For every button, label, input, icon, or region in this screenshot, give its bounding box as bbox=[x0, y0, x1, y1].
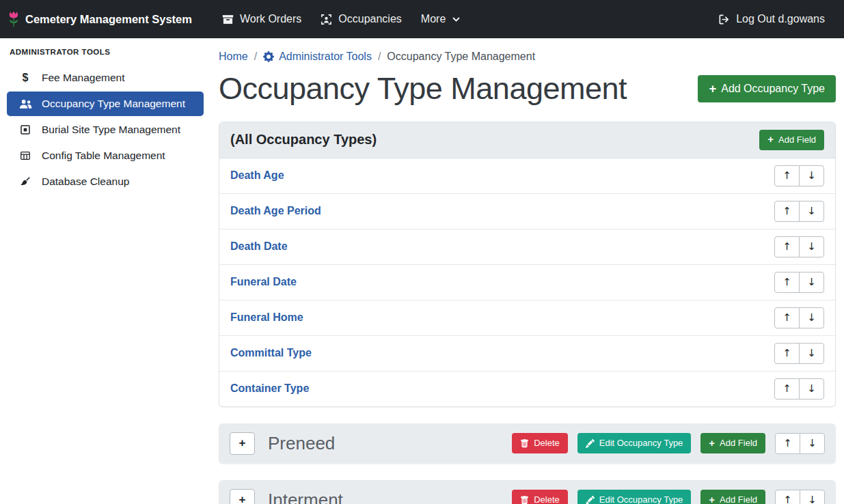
field-link-container-type[interactable]: Container Type bbox=[230, 382, 309, 395]
page-title: Occupancy Type Management bbox=[219, 71, 627, 107]
edit-label: Edit Occupancy Type bbox=[599, 438, 683, 449]
breadcrumb-separator: / bbox=[254, 51, 257, 63]
logout-button[interactable]: Log Out d.gowans bbox=[709, 8, 834, 31]
sidebar-item-fee-management[interactable]: $ Fee Management bbox=[7, 66, 204, 90]
field-row: Funeral Date ↑ ↓ bbox=[219, 264, 835, 300]
up-arrow-icon: ↑ bbox=[783, 437, 792, 449]
all-occupancy-types-header: (All Occupancy Types) + Add Field bbox=[219, 122, 835, 158]
logout-icon bbox=[718, 14, 730, 25]
down-arrow-icon: ↓ bbox=[808, 437, 817, 449]
reorder-group: ↑ ↓ bbox=[774, 378, 824, 400]
field-link-committal-type[interactable]: Committal Type bbox=[230, 347, 312, 359]
brand-link[interactable]: Cemetery Management System bbox=[8, 10, 192, 28]
sidebar-item-label: Fee Management bbox=[42, 72, 125, 84]
move-up-button[interactable]: ↑ bbox=[774, 272, 800, 293]
frame-icon bbox=[18, 124, 33, 135]
move-down-button[interactable]: ↓ bbox=[799, 343, 824, 364]
reorder-group: ↑ ↓ bbox=[775, 433, 825, 454]
table-icon bbox=[18, 150, 33, 161]
sidebar-heading: Administrator Tools bbox=[0, 42, 210, 64]
main-content: Home / Administrator Tools / Occupancy T… bbox=[210, 38, 844, 504]
nav-label: Work Orders bbox=[240, 13, 301, 25]
add-field-button[interactable]: + Add Field bbox=[700, 490, 765, 504]
sidebar-item-label: Config Table Management bbox=[42, 150, 165, 162]
field-link-death-age-period[interactable]: Death Age Period bbox=[230, 205, 321, 217]
breadcrumb-home-link[interactable]: Home bbox=[219, 51, 248, 63]
breadcrumb: Home / Administrator Tools / Occupancy T… bbox=[219, 46, 836, 66]
move-up-button[interactable]: ↑ bbox=[775, 490, 800, 504]
move-up-button[interactable]: ↑ bbox=[775, 433, 800, 454]
add-field-label: Add Field bbox=[720, 438, 757, 449]
field-row: Committal Type ↑ ↓ bbox=[219, 335, 835, 371]
sidebar-item-label: Burial Site Type Management bbox=[42, 124, 180, 136]
expand-button[interactable]: + bbox=[230, 432, 255, 455]
occupancy-type-card-preneed: + Preneed Delete Edit Occupancy Type bbox=[219, 423, 836, 464]
move-down-button[interactable]: ↓ bbox=[799, 201, 824, 222]
move-up-button[interactable]: ↑ bbox=[774, 378, 800, 400]
add-occupancy-type-button[interactable]: + Add Occupancy Type bbox=[698, 75, 836, 102]
reorder-group: ↑ ↓ bbox=[774, 272, 824, 293]
top-navbar: Cemetery Management System Work Orders O… bbox=[0, 0, 844, 38]
nav-more[interactable]: More bbox=[411, 8, 470, 31]
move-down-button[interactable]: ↓ bbox=[800, 490, 825, 504]
nav-label: More bbox=[421, 13, 446, 25]
move-up-button[interactable]: ↑ bbox=[774, 307, 800, 328]
sidebar-item-config-table-management[interactable]: Config Table Management bbox=[7, 143, 204, 168]
delete-button[interactable]: Delete bbox=[512, 433, 568, 453]
add-field-button[interactable]: + Add Field bbox=[759, 130, 824, 150]
sidebar-item-burial-site-type-management[interactable]: Burial Site Type Management bbox=[7, 117, 204, 142]
nav-work-orders[interactable]: Work Orders bbox=[213, 8, 311, 31]
edit-occupancy-type-button[interactable]: Edit Occupancy Type bbox=[577, 490, 692, 504]
plus-icon: + bbox=[767, 135, 774, 145]
delete-button[interactable]: Delete bbox=[512, 490, 568, 504]
breadcrumb-home-label: Home bbox=[219, 51, 248, 63]
move-up-button[interactable]: ↑ bbox=[774, 165, 800, 186]
up-arrow-icon: ↑ bbox=[783, 494, 792, 504]
delete-label: Delete bbox=[534, 438, 560, 449]
sidebar-item-occupancy-type-management[interactable]: Occupancy Type Management bbox=[7, 92, 204, 116]
add-field-label: Add Field bbox=[778, 135, 816, 145]
reorder-group: ↑ ↓ bbox=[774, 307, 824, 328]
users-icon bbox=[18, 99, 33, 109]
field-link-death-age[interactable]: Death Age bbox=[230, 169, 284, 182]
pencil-icon bbox=[586, 439, 595, 448]
move-up-button[interactable]: ↑ bbox=[774, 236, 800, 257]
reorder-group: ↑ ↓ bbox=[774, 201, 824, 222]
add-field-button[interactable]: + Add Field bbox=[700, 433, 765, 453]
plus-icon: + bbox=[709, 83, 716, 95]
occupancy-type-controls: Delete Edit Occupancy Type + Add Field ↑… bbox=[512, 433, 825, 454]
move-down-button[interactable]: ↓ bbox=[799, 378, 824, 400]
sidebar: Administrator Tools $ Fee Management Occ… bbox=[0, 38, 210, 504]
down-arrow-icon: ↓ bbox=[807, 311, 816, 324]
move-down-button[interactable]: ↓ bbox=[800, 433, 825, 454]
up-arrow-icon: ↑ bbox=[782, 240, 791, 253]
sidebar-item-label: Database Cleanup bbox=[42, 176, 129, 188]
edit-occupancy-type-button[interactable]: Edit Occupancy Type bbox=[577, 433, 692, 453]
up-arrow-icon: ↑ bbox=[782, 347, 791, 359]
plus-icon: + bbox=[239, 493, 246, 504]
expand-button[interactable]: + bbox=[230, 489, 255, 504]
edit-label: Edit Occupancy Type bbox=[599, 494, 683, 504]
reorder-group: ↑ ↓ bbox=[774, 236, 824, 257]
field-link-death-date[interactable]: Death Date bbox=[230, 240, 288, 253]
breadcrumb-admin-tools-link[interactable]: Administrator Tools bbox=[263, 51, 372, 63]
delete-label: Delete bbox=[534, 494, 560, 504]
field-link-funeral-date[interactable]: Funeral Date bbox=[230, 276, 297, 288]
occupancies-icon bbox=[321, 14, 332, 25]
move-down-button[interactable]: ↓ bbox=[799, 307, 824, 328]
up-arrow-icon: ↑ bbox=[782, 276, 791, 288]
chevron-down-icon bbox=[452, 15, 461, 24]
move-down-button[interactable]: ↓ bbox=[799, 236, 824, 257]
move-down-button[interactable]: ↓ bbox=[799, 272, 824, 293]
main-nav: Work Orders Occupancies More bbox=[213, 8, 470, 31]
move-down-button[interactable]: ↓ bbox=[799, 165, 824, 186]
move-up-button[interactable]: ↑ bbox=[774, 343, 800, 364]
move-up-button[interactable]: ↑ bbox=[774, 201, 800, 222]
all-occupancy-types-card: (All Occupancy Types) + Add Field Death … bbox=[219, 122, 836, 407]
gear-icon bbox=[263, 51, 274, 62]
nav-occupancies[interactable]: Occupancies bbox=[311, 8, 411, 31]
occupancy-type-card-interment: + Interment Delete Edit Occupancy Type bbox=[219, 480, 836, 504]
plus-icon: + bbox=[239, 436, 246, 450]
field-link-funeral-home[interactable]: Funeral Home bbox=[230, 311, 303, 324]
sidebar-item-database-cleanup[interactable]: Database Cleanup bbox=[7, 169, 204, 194]
